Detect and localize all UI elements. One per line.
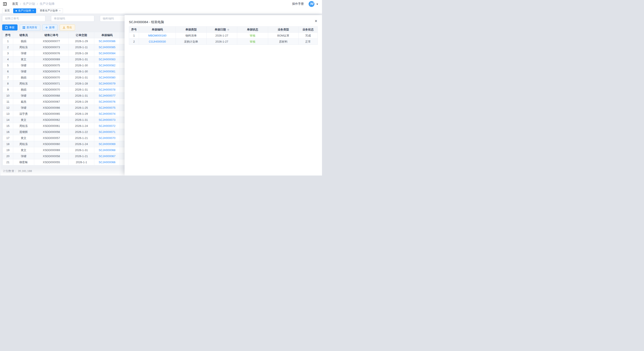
table-row[interactable]: 10张键XSDD0000682026-1-31SCJH000077 (3, 93, 132, 99)
column-header: 单据日期 (206, 26, 237, 33)
table-row[interactable]: 8周桂东XSDD0000712026-1-28SCJH000079 (3, 81, 132, 87)
cell: 6 (3, 68, 13, 74)
document-link[interactable]: SCJH000070 (94, 135, 120, 141)
export-button[interactable]: 导出 (60, 24, 75, 30)
cell: XSDD000066 (34, 105, 69, 111)
document-link[interactable]: SCJH000080 (94, 74, 120, 81)
cell: 2026-1-30 (69, 62, 94, 68)
tab-view-production-plan[interactable]: 查看生产计划单 × (37, 8, 63, 13)
cell: 2026-1-27 (206, 39, 237, 45)
document-link[interactable]: SCJH000074 (94, 111, 120, 117)
document-link[interactable]: SCJH000082 (94, 62, 120, 68)
cell: 1 (3, 38, 13, 44)
table-row[interactable]: 6张键XSDD0000742026-1-30SCJH000081 (3, 68, 132, 74)
table-row[interactable]: 1MBOM000160物料清单2026-1-27审核BOM运算完成 (129, 33, 318, 39)
cell: 周桂东 (13, 123, 34, 129)
document-link[interactable]: SCJH000083 (94, 56, 120, 62)
cell: 20 (3, 153, 13, 159)
document-link[interactable]: SCJH000085 (94, 44, 120, 50)
cell: XSDD000062 (34, 117, 69, 123)
table-row[interactable]: 1杨娟XSDD0000772026-1-29SCJH000086 (3, 38, 132, 44)
table-row[interactable]: 14黄文XSDD0000622026-1-31SCJH000073 (3, 117, 132, 123)
sort-icon[interactable] (227, 28, 229, 31)
document-link[interactable]: SCJH000076 (94, 99, 120, 105)
document-link[interactable]: CGJH000030 (139, 39, 176, 45)
tab-home[interactable]: 首页 (2, 8, 12, 13)
document-link[interactable]: SCJH000066 (94, 159, 120, 165)
document-link[interactable]: MBOM000160 (139, 33, 176, 39)
cell: 17 (3, 135, 13, 141)
document-link[interactable]: SCJH000075 (94, 105, 120, 111)
document-link[interactable]: SCJH000086 (94, 38, 120, 44)
table-row[interactable]: 21柳星稣XSDD0000552026-1-1SCJH000066 (3, 159, 132, 165)
cell: XSDD000069 (34, 147, 69, 153)
table-row[interactable]: 2CGJH000030采购计划单2026-1-27审核原材料正常 (129, 39, 318, 45)
document-link[interactable]: SCJH000079 (94, 81, 120, 87)
table-row[interactable]: 13温学勇XSDD0000652026-1-29SCJH000074 (3, 111, 132, 117)
table-row[interactable]: 11戴燕XSDD0000672026-1-29SCJH000076 (3, 99, 132, 105)
document-link[interactable]: SCJH000071 (94, 129, 120, 135)
table-row[interactable]: 2周桂东XSDD0000732026-1-11SCJH000085 (3, 44, 132, 50)
table-row[interactable]: 15周桂东XSDD0000612026-1-24SCJH000072 (3, 123, 132, 129)
close-icon[interactable]: ✕ (315, 19, 318, 23)
cell: 7 (3, 74, 13, 81)
document-button[interactable]: 单据 (2, 24, 18, 30)
manual-link[interactable]: 操作手册 (292, 2, 304, 6)
user-avatar[interactable]: M (308, 1, 314, 7)
cell: 2026-1-27 (206, 33, 237, 39)
breadcrumb-home[interactable]: 首页 (12, 2, 18, 6)
table-row[interactable]: 9杨娟XSDD0000702026-1-31SCJH000078 (3, 87, 132, 93)
button-label: 新增 (49, 26, 54, 29)
cell: XSDD000073 (34, 44, 69, 50)
cell: 审核 (237, 33, 268, 39)
tab-close-icon[interactable]: × (59, 9, 60, 12)
app-window: 首页 / 生产计划 / 生产计划单 操作手册 M 首页 生产计划单 × 查看生产… (0, 0, 322, 175)
tab-close-icon[interactable]: × (32, 9, 34, 12)
table-row[interactable]: 5张键XSDD0000752026-1-30SCJH000082 (3, 62, 132, 68)
cell: 11 (3, 99, 13, 105)
table-row[interactable]: 19黄文XSDD0000692026-1-31SCJH000068 (3, 147, 132, 153)
tab-label: 生产计划单 (18, 9, 31, 12)
related-documents-table: 序号单据编码单据类型单据日期单据状态业务类型业务状态 1MBOM000160物料… (129, 26, 318, 45)
add-button[interactable]: 新增 (42, 24, 58, 30)
user-menu-caret-icon[interactable] (316, 4, 318, 5)
table-row[interactable]: 4黄文XSDD0000692026-1-31SCJH000083 (3, 56, 132, 62)
button-label: 单据 (9, 26, 14, 29)
table-row[interactable]: 20张键XSDD0000582026-1-21SCJH000067 (3, 153, 132, 159)
production-plan-table: 序号销售员销售订单号订单交期单据编码 1杨娟XSDD0000772026-1-2… (2, 32, 132, 165)
document-link[interactable]: SCJH000081 (94, 68, 120, 74)
cell: 2026-1-24 (69, 141, 94, 147)
table-row[interactable]: 16屈继辉XSDD0000562026-1-22SCJH000071 (3, 129, 132, 135)
cell: 5 (3, 62, 13, 68)
breadcrumb-production-plan[interactable]: 生产计划 (23, 2, 35, 6)
document-link[interactable]: SCJH000069 (94, 141, 120, 147)
table-row[interactable]: 3张键XSDD0000762026-1-28SCJH000084 (3, 50, 132, 56)
cell: 张键 (13, 62, 34, 68)
document-link[interactable]: SCJH000068 (94, 147, 120, 153)
header-row: 序号销售员销售订单号订单交期单据编码 (3, 32, 132, 38)
document-link[interactable]: SCJH000067 (94, 153, 120, 159)
document-link[interactable]: SCJH000072 (94, 123, 120, 129)
document-link[interactable]: SCJH000077 (94, 93, 120, 99)
document-link[interactable]: SCJH000078 (94, 87, 120, 93)
column-header: 业务状态 (299, 26, 318, 33)
cell: XSDD000060 (34, 141, 69, 147)
top-bar: 首页 / 生产计划 / 生产计划单 操作手册 M (0, 0, 322, 8)
document-link[interactable]: SCJH000084 (94, 50, 120, 56)
tab-production-plan-active[interactable]: 生产计划单 × (13, 8, 36, 13)
table-row[interactable]: 17黄文XSDD0000572026-1-21SCJH000070 (3, 135, 132, 141)
table-row[interactable]: 18周桂东XSDD0000602026-1-24SCJH000069 (3, 141, 132, 147)
cell: 2 (129, 39, 139, 45)
table-row[interactable]: 7杨娟XSDD0000702026-1-31SCJH000080 (3, 74, 132, 81)
active-tab-dot-icon (16, 10, 17, 11)
table-row[interactable]: 12张键XSDD0000662026-1-25SCJH000075 (3, 105, 132, 111)
cell: 2026-1-29 (69, 99, 94, 105)
cell: XSDD000067 (34, 99, 69, 105)
document-link[interactable]: SCJH000073 (94, 117, 120, 123)
cell: 2026-1-29 (69, 38, 94, 44)
document-code-input[interactable] (51, 15, 94, 22)
drawer-title: SCJH000084 - 组装电脑 (129, 20, 164, 24)
menu-fold-icon[interactable] (3, 2, 7, 5)
query-all-button[interactable]: 查询所有 (20, 24, 40, 30)
sales-order-no-input[interactable] (2, 15, 46, 22)
